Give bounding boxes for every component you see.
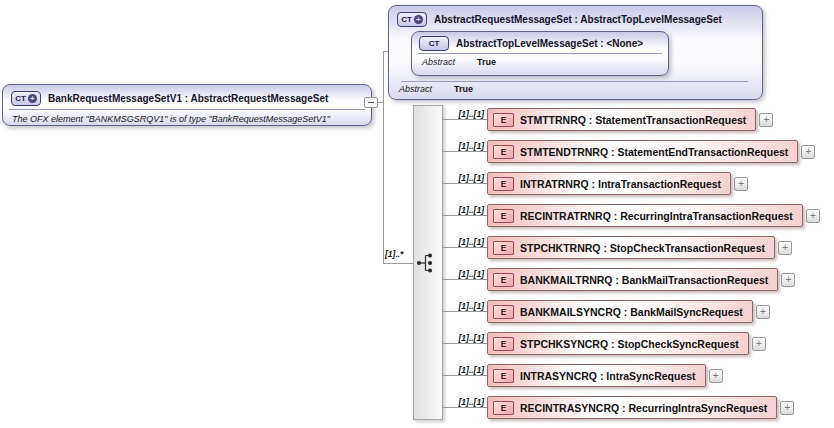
collapse-icon[interactable] [364, 97, 378, 108]
element-label: INTRATRNRQ : IntraTransactionRequest [520, 178, 721, 190]
element-label: INTRASYNCRQ : IntraSyncRequest [520, 370, 696, 382]
cardinality-label: [1]..[1] [443, 237, 484, 247]
expand-icon[interactable]: + [778, 241, 792, 255]
element-icon: E [493, 305, 514, 319]
main-type-annotation: The OFX element "BANKMSGSRQV1" is of typ… [3, 110, 371, 124]
derived-plus-icon: + [28, 94, 37, 103]
element-box-stpchksyncrq[interactable]: E STPCHKSYNCRQ : StopCheckSyncRequest [487, 332, 749, 355]
base-type-title: AbstractRequestMessageSet : AbstractTopL… [434, 14, 722, 25]
choice-cardinality: [1]..* [385, 249, 411, 259]
element-icon: E [493, 369, 514, 383]
cardinality-label: [1]..[1] [443, 333, 484, 343]
complex-type-icon-label: CT [401, 15, 412, 24]
element-box-recintratrnrq[interactable]: E RECINTRATRNRQ : RecurringIntraTransact… [487, 204, 803, 227]
main-type-title-row: CT + BankRequestMessageSetV1 : AbstractR… [3, 85, 371, 109]
xsd-diagram: [1]..* CT + BankRequestMessageSetV1 : Ab… [0, 0, 834, 428]
element-icon: E [493, 337, 514, 351]
connector-line [443, 215, 487, 216]
element-box-intrasyncrq[interactable]: E INTRASYNCRQ : IntraSyncRequest [487, 364, 706, 387]
minus-glyph [368, 102, 374, 103]
abstract-value: True [454, 84, 473, 94]
element-label: STPCHKTRNRQ : StopCheckTransactionReques… [520, 242, 765, 254]
connector-line [443, 183, 487, 184]
connector-line [443, 247, 487, 248]
root-type-box[interactable]: CT AbstractTopLevelMessageSet : <None> A… [411, 31, 669, 76]
root-type-title: AbstractTopLevelMessageSet : <None> [456, 38, 643, 49]
cardinality-label: [1]..[1] [443, 205, 484, 215]
element-icon: E [493, 241, 514, 255]
element-icon: E [493, 177, 514, 191]
complex-type-icon: CT + [397, 12, 427, 27]
cardinality-label: [1]..[1] [443, 269, 484, 279]
choice-icon [416, 252, 438, 274]
expand-icon[interactable]: + [806, 209, 820, 223]
cardinality-label: [1]..[1] [443, 141, 484, 151]
complex-type-icon: CT [419, 36, 449, 51]
cardinality-label: [1]..[1] [443, 109, 484, 119]
element-box-stmttrnrq[interactable]: E STMTTRNRQ : StatementTransactionReques… [487, 108, 756, 131]
base-type-title-row: CT + AbstractRequestMessageSet : Abstrac… [389, 6, 762, 30]
expand-icon[interactable]: + [734, 177, 748, 191]
element-icon: E [493, 273, 514, 287]
element-icon: E [493, 209, 514, 223]
derived-plus-icon: + [414, 15, 423, 24]
base-abstract-row: Abstract True [389, 81, 483, 97]
element-icon: E [493, 145, 514, 159]
connector-line [443, 311, 487, 312]
element-box-stpchktrnrq[interactable]: E STPCHKTRNRQ : StopCheckTransactionRequ… [487, 236, 775, 259]
element-label: STPCHKSYNCRQ : StopCheckSyncRequest [520, 338, 739, 350]
element-label: RECINTRATRNRQ : RecurringIntraTransactio… [520, 210, 793, 222]
connector-line [443, 151, 487, 152]
connector-line [443, 279, 487, 280]
element-label: RECINTRASYNCRQ : RecurringIntraSyncReque… [520, 402, 767, 414]
connector-line [443, 119, 487, 120]
main-type-title: BankRequestMessageSetV1 : AbstractReques… [48, 93, 328, 104]
element-box-stmtendtrnrq[interactable]: E STMTENDTRNRQ : StatementEndTransaction… [487, 140, 798, 163]
element-box-bankmailtrnrq[interactable]: E BANKMAILTRNRQ : BankMailTransactionReq… [487, 268, 778, 291]
cardinality-label: [1]..[1] [443, 397, 484, 407]
element-label: BANKMAILSYNCRQ : BankMailSyncRequest [520, 306, 743, 318]
expand-icon[interactable]: + [780, 401, 794, 415]
complex-type-icon-label: CT [429, 39, 440, 48]
complex-type-icon-label: CT [15, 94, 26, 103]
connector-line [443, 343, 487, 344]
root-type-title-row: CT AbstractTopLevelMessageSet : <None> [412, 32, 668, 53]
expand-icon[interactable]: + [759, 113, 773, 127]
element-box-intratrnrq[interactable]: E INTRATRNRQ : IntraTransactionRequest [487, 172, 731, 195]
expand-icon[interactable]: + [756, 305, 770, 319]
cardinality-label: [1]..[1] [443, 301, 484, 311]
connector-line [443, 375, 487, 376]
abstract-value: True [477, 57, 496, 67]
element-box-bankmailsyncrq[interactable]: E BANKMAILSYNCRQ : BankMailSyncRequest [487, 300, 753, 323]
expand-icon[interactable]: + [801, 145, 815, 159]
cardinality-label: [1]..[1] [443, 173, 484, 183]
connector-line [443, 407, 487, 408]
main-type-box[interactable]: CT + BankRequestMessageSetV1 : AbstractR… [2, 84, 372, 126]
base-type-box[interactable]: CT + AbstractRequestMessageSet : Abstrac… [388, 5, 763, 100]
expand-icon[interactable]: + [781, 273, 795, 287]
element-icon: E [493, 401, 514, 415]
element-label: BANKMAILTRNRQ : BankMailTransactionReque… [520, 274, 768, 286]
root-abstract-row: Abstract True [412, 54, 668, 70]
complex-type-icon: CT + [11, 91, 41, 106]
abstract-label: Abstract [399, 84, 432, 94]
expand-icon[interactable]: + [709, 369, 723, 383]
element-box-recintrasyncrq[interactable]: E RECINTRASYNCRQ : RecurringIntraSyncReq… [487, 396, 777, 419]
element-label: STMTTRNRQ : StatementTransactionRequest [520, 114, 746, 126]
element-label: STMTENDTRNRQ : StatementEndTransactionRe… [520, 146, 788, 158]
element-icon: E [493, 113, 514, 127]
abstract-label: Abstract [422, 57, 455, 67]
expand-icon[interactable]: + [752, 337, 766, 351]
cardinality-label: [1]..[1] [443, 365, 484, 375]
connector-line [383, 51, 384, 264]
